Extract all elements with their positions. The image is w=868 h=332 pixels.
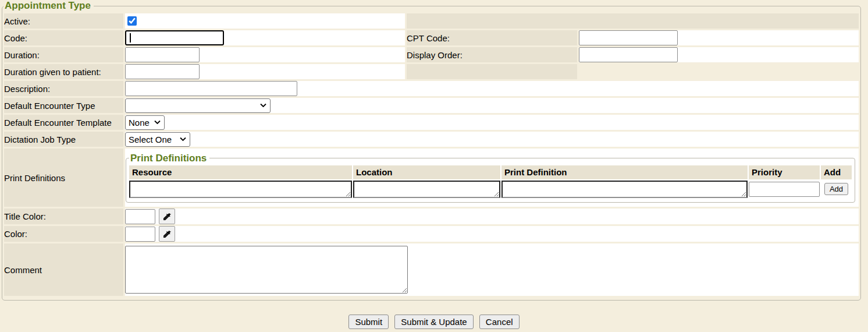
location-column-header: Location bbox=[353, 165, 500, 179]
cpt-code-input[interactable] bbox=[579, 30, 678, 45]
location-textarea[interactable] bbox=[353, 181, 500, 198]
row-duration: Duration: Display Order: bbox=[4, 47, 859, 62]
default-encounter-type-label: Default Encounter Type bbox=[4, 98, 123, 113]
row-print-definitions: Print Definitions Print Definitions Reso… bbox=[4, 149, 859, 207]
location-cell bbox=[353, 181, 500, 198]
active-label: Active: bbox=[4, 13, 123, 29]
display-order-field-cell bbox=[579, 47, 859, 62]
print-definitions-field-cell: Print Definitions Resource Location Prin… bbox=[125, 149, 859, 207]
priority-input[interactable] bbox=[749, 182, 820, 197]
appointment-type-form-table: Active: Code: CPT Code: Duration: bbox=[2, 12, 860, 298]
title-color-field-cell bbox=[125, 209, 859, 224]
description-input[interactable] bbox=[125, 81, 297, 96]
cpt-code-label: CPT Code: bbox=[407, 30, 577, 45]
title-color-label: Title Color: bbox=[4, 209, 123, 224]
priority-column-header: Priority bbox=[749, 165, 820, 179]
active-checkbox[interactable] bbox=[127, 16, 137, 26]
comment-textarea[interactable] bbox=[125, 246, 408, 294]
add-cell: Add bbox=[821, 181, 852, 198]
row-description: Description: bbox=[4, 81, 859, 96]
print-definition-cell bbox=[501, 181, 748, 198]
form-action-buttons: Submit Submit & Update Cancel bbox=[0, 315, 868, 329]
resource-column-header: Resource bbox=[129, 165, 352, 179]
description-field-cell bbox=[125, 81, 859, 96]
cancel-button[interactable]: Cancel bbox=[479, 315, 520, 329]
dictation-job-type-label: Dictation Job Type bbox=[4, 132, 123, 147]
print-definitions-label: Print Definitions bbox=[4, 149, 123, 207]
row-active: Active: bbox=[4, 13, 859, 29]
title-color-picker-button[interactable] bbox=[159, 209, 175, 224]
print-definition-column-header: Print Definition bbox=[501, 165, 748, 179]
resource-textarea[interactable] bbox=[129, 181, 352, 198]
priority-cell bbox=[749, 181, 820, 198]
display-order-input[interactable] bbox=[579, 47, 678, 62]
row-dictation-job-type: Dictation Job Type Select One bbox=[4, 132, 859, 147]
eyedropper-icon bbox=[162, 212, 172, 221]
row-comment: Comment bbox=[4, 243, 859, 296]
code-field-cell bbox=[125, 30, 405, 45]
active-filler-cell bbox=[407, 13, 859, 29]
dictation-job-type-field-cell: Select One bbox=[125, 132, 859, 147]
add-button[interactable]: Add bbox=[824, 183, 848, 195]
dictation-job-type-select[interactable]: Select One bbox=[125, 132, 190, 147]
row-color: Color: bbox=[4, 226, 859, 242]
code-label: Code: bbox=[4, 30, 123, 45]
display-order-label: Display Order: bbox=[407, 47, 577, 62]
title-color-input[interactable] bbox=[125, 209, 155, 224]
color-picker-button[interactable] bbox=[159, 226, 175, 242]
appointment-type-fieldset: Appointment Type Active: Code: CPT Code: bbox=[2, 0, 861, 301]
row-default-encounter-template: Default Encounter Template None bbox=[4, 115, 859, 130]
active-field-cell bbox=[125, 13, 405, 29]
color-input[interactable] bbox=[125, 227, 155, 242]
duration-patient-filler-cell bbox=[407, 64, 577, 79]
comment-field-cell bbox=[125, 243, 859, 296]
default-encounter-type-select[interactable] bbox=[125, 98, 271, 113]
default-encounter-template-select[interactable]: None bbox=[125, 115, 165, 130]
code-input[interactable] bbox=[125, 30, 224, 45]
appointment-type-legend: Appointment Type bbox=[3, 0, 94, 12]
print-definitions-input-row: Add bbox=[129, 181, 852, 198]
default-encounter-template-field-cell: None bbox=[125, 115, 859, 130]
row-duration-patient: Duration given to patient: bbox=[4, 64, 859, 79]
duration-input[interactable] bbox=[125, 47, 200, 62]
default-encounter-type-field-cell bbox=[125, 98, 859, 113]
print-definitions-table: Resource Location Print Definition Prior… bbox=[128, 164, 853, 199]
color-field-cell bbox=[125, 226, 859, 242]
default-encounter-template-label: Default Encounter Template bbox=[4, 115, 123, 130]
duration-field-cell bbox=[125, 47, 405, 62]
print-definitions-header-row: Resource Location Print Definition Prior… bbox=[129, 165, 852, 179]
row-default-encounter-type: Default Encounter Type bbox=[4, 98, 859, 113]
eyedropper-icon bbox=[162, 229, 172, 239]
resource-cell bbox=[129, 181, 352, 198]
duration-patient-input[interactable] bbox=[125, 64, 200, 79]
comment-label: Comment bbox=[4, 243, 123, 296]
print-definitions-fieldset: Print Definitions Resource Location Prin… bbox=[126, 153, 855, 203]
duration-label: Duration: bbox=[4, 47, 123, 62]
empty-cell bbox=[579, 64, 859, 79]
duration-patient-label: Duration given to patient: bbox=[4, 64, 123, 79]
add-column-header: Add bbox=[821, 165, 852, 179]
color-label: Color: bbox=[4, 226, 123, 242]
duration-patient-field-cell bbox=[125, 64, 405, 79]
row-title-color: Title Color: bbox=[4, 209, 859, 224]
print-definitions-legend: Print Definitions bbox=[129, 153, 209, 164]
submit-button[interactable]: Submit bbox=[348, 315, 389, 329]
submit-and-update-button[interactable]: Submit & Update bbox=[394, 315, 473, 329]
cpt-code-field-cell bbox=[579, 30, 859, 45]
description-label: Description: bbox=[4, 81, 123, 96]
row-code: Code: CPT Code: bbox=[4, 30, 859, 45]
text-caret bbox=[130, 33, 131, 43]
print-definition-textarea[interactable] bbox=[501, 181, 748, 198]
